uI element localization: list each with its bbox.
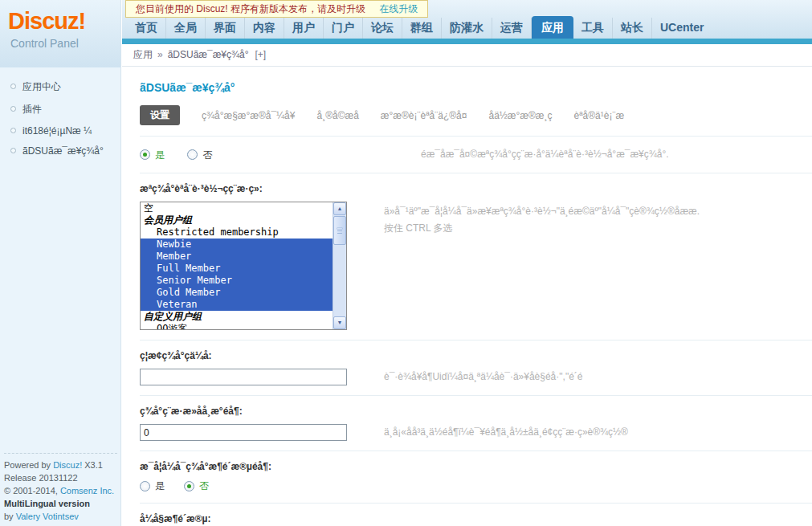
nav-item[interactable]: 首页 [127,18,166,39]
nav-item[interactable]: 论坛 [363,18,402,39]
usergroup-option[interactable]: Veteran [141,299,333,311]
usergroup-option[interactable]: 会员用户组 [141,214,333,226]
bullet-icon [10,84,16,89]
scroll-up-icon[interactable]: ▲ [333,202,346,215]
left-column: Discuz! Control Panel 应用中心 插件 it618é¦é¡µ… [0,0,121,526]
footer-copyright-prefix: © 2001-2014, [4,486,58,495]
usergroup-option[interactable]: 空 [141,202,333,214]
usergroup-option[interactable]: Member [141,251,333,263]
sidebar-item[interactable]: 插件 [10,103,120,116]
jump-no-radio[interactable] [187,149,198,160]
start-time-row: å¼å§æ¶é´æ®µ: [140,503,812,526]
footer: Powered by Discuz! X3.1 Release 20131122… [4,453,117,523]
usergroup-option[interactable]: Senior Member [141,275,333,287]
usergroups-row: æªç¾å°èªå¨è·³è½¬çç¨æ·ç»: 空 会员用户组 [140,173,812,340]
time-limit-yes-radio[interactable] [140,481,150,491]
nav-item[interactable]: 界面 [206,18,245,39]
plugin-tab[interactable]: åä½æ°æ®æ¸ç [488,110,552,121]
help-text: è¯·è¾å¥å¶Uidï¼å¤ä¸ªä¼åè¯·ä»¥åè§éå·","é´é [384,369,583,385]
bullet-icon [10,148,16,153]
scrollbar-thumb[interactable] [333,216,346,245]
plugin-tab[interactable]: æ°æ®è¡¨èªå¨ä¿®å¤ [381,110,467,121]
usergroup-option[interactable]: Gold Member [141,287,333,299]
nav-item[interactable]: 站长 [613,18,652,39]
plugin-tab[interactable]: 设置 [140,105,180,125]
sidebar-item[interactable]: 应用中心 [10,80,120,94]
usergroup-option[interactable]: 自定义用户组 [141,311,333,323]
logo-area: Discuz! Control Panel [0,0,120,67]
banned-users-row: ç¦æ¢ç¾å°çä¼å: è¯·è¾å¥å¶Uidï¼å¤ä¸ªä¼åè¯·ä… [140,340,812,395]
page-title: ãDSUãæ¯æ¥ç¾å° [140,81,812,94]
banned-users-input[interactable] [140,369,347,385]
field-label: æªç¾å°èªå¨è·³è½¬çç¨æ·ç»: [140,183,812,194]
settings-content: ãDSUãæ¯æ¥ç¾å° 设置 ç¾å°æ§æ°æ®å¯¼å¥ å¸®å©æå… [122,67,812,526]
time-limit-row: æ¯å¦å¼å¯ç¾å°æ¶é´æ®µéå¶: 是 否 [140,451,812,503]
nav-item[interactable]: 用户 [284,18,324,39]
nav-item[interactable]: 防灌水 [442,18,492,39]
discuz-logo: Discuz! [8,8,120,35]
sidebar-item-label: 应用中心 [22,81,61,92]
header-accent-bar [122,39,812,44]
plugin-tab[interactable]: å¸®å©æå [316,110,358,121]
coin-limit-row: ç¾å°ç¨æ·æ»åå¸æ°éå¶: ä¸å¡«åå³ä¸ä½éå¶ï¼è¯¥… [140,395,812,451]
help-line-1: ä»å¯¹äº"æ¯å¦å¼å¯ä»æ¥æªç¾å°è·³è½¬"ä¸éæ©äº… [384,203,700,220]
usergroup-option[interactable]: QQ游客 [141,323,333,329]
header-strip: 您目前使用的 Discuz! 程序有新版本发布，请及时升级 在线升级 首页 全局… [122,0,812,39]
scroll-down-icon[interactable]: ▼ [333,316,346,329]
nav-item[interactable]: 工具 [573,18,613,39]
main-nav: 首页 全局 界面 内容 用户 门户 论坛 群组 防灌水 运 [127,16,712,39]
sidebar-menu: 应用中心 插件 it618é¦é¡µNæ ¼ ãDSUãæ¯æ¥ç¾å° [0,67,120,157]
footer-edition: MultiLingual version [4,497,117,510]
breadcrumb-expand-toggle[interactable]: [+] [255,49,267,60]
online-upgrade-link[interactable]: 在线升级 [379,3,418,14]
footer-version: X3.1 [84,460,103,470]
discuz-link[interactable]: Discuz! [53,460,82,470]
breadcrumb-page: ãDSUãæ¯æ¥ç¾å° [168,49,249,60]
breadcrumb: 应用»ãDSUãæ¯æ¥ç¾å°[+] [122,44,812,67]
right-column: 您目前使用的 Discuz! 程序有新版本发布，请及时升级 在线升级 首页 全局… [122,0,812,526]
nav-item[interactable]: 门户 [324,18,363,39]
author-link[interactable]: Valery Votintsev [16,512,79,521]
help-text: ä¸å¡«åå³ä¸ä½éå¶ï¼è¯¥éå¶ä¸å½±åä¸é¢çç¨æ·ç»… [384,424,628,441]
sidebar-item[interactable]: ãDSUãæ¯æ¥ç¾å° [10,145,120,157]
breadcrumb-arrow: » [157,49,163,60]
jump-yes-label: 是 [155,149,165,161]
nav-item[interactable]: 应用 [532,16,573,39]
listbox-scrollbar[interactable]: ▲ ▼ [333,202,346,329]
sidebar-item-label: 插件 [22,104,42,115]
breadcrumb-section[interactable]: 应用 [133,49,153,60]
nav-item[interactable]: 群组 [402,18,442,39]
field-label: ç¦æ¢ç¾å°çä¼å: [140,350,812,361]
time-limit-yes-label: 是 [155,479,165,493]
time-limit-no-radio[interactable] [184,481,194,491]
nav-item[interactable]: 全局 [166,18,206,39]
nav-item[interactable]: UCenter [652,18,712,39]
footer-release: Release 20131122 [4,471,117,484]
bullet-icon [10,128,16,133]
plugin-tab[interactable]: èªå®ä¹è¡¨æ [573,110,624,121]
time-limit-no-label: 否 [199,479,209,493]
jump-yes-radio[interactable] [140,149,150,160]
footer-author: by Valery Votintsev [4,510,117,523]
sidebar-item-label: ãDSUãæ¯æ¥ç¾å° [22,145,104,157]
usergroup-option[interactable]: Full Member [141,263,333,275]
usergroup-option[interactable]: Newbie [141,239,333,251]
usergroup-multiselect[interactable]: 空 会员用户组 Restricted membership Newbie Mem… [140,202,347,330]
footer-by-prefix: by [4,512,14,521]
help-text: éæ¯åæ¯å¤©æªç¾å°çç¨æ·å°ä¼èªå¨è·³è½¬å°æ¯æ¥… [421,146,669,163]
comsenz-link[interactable]: Comsenz Inc. [60,486,114,495]
sidebar-item-label: it618é¦é¡µNæ ¼ [22,125,92,137]
field-label: æ¯å¦å¼å¯ç¾å°æ¶é´æ®µéå¶: [140,461,812,472]
plugin-tab[interactable]: ç¾å°æ§æ°æ®å¯¼å¥ [202,110,295,121]
sidebar-item[interactable]: it618é¦é¡µNæ ¼ [10,125,120,137]
nav-item[interactable]: 内容 [245,18,284,39]
upgrade-notice-text: 您目前使用的 Discuz! 程序有新版本发布，请及时升级 [136,3,365,14]
footer-powered: Powered by Discuz! X3.1 [4,459,117,471]
upgrade-notice: 您目前使用的 Discuz! 程序有新版本发布，请及时升级 在线升级 [125,0,428,18]
nav-item[interactable]: 运营 [492,18,532,39]
usergroup-option[interactable]: Restricted membership [141,226,333,239]
field-label: ç¾å°ç¨æ·æ»åå¸æ°éå¶: [140,406,812,417]
coin-limit-input[interactable] [140,424,347,441]
control-panel-subtitle: Control Panel [8,35,120,50]
help-text: ä»å¯¹äº"æ¯å¦å¼å¯ä»æ¥æªç¾å°è·³è½¬"ä¸éæ©äº… [384,203,700,237]
